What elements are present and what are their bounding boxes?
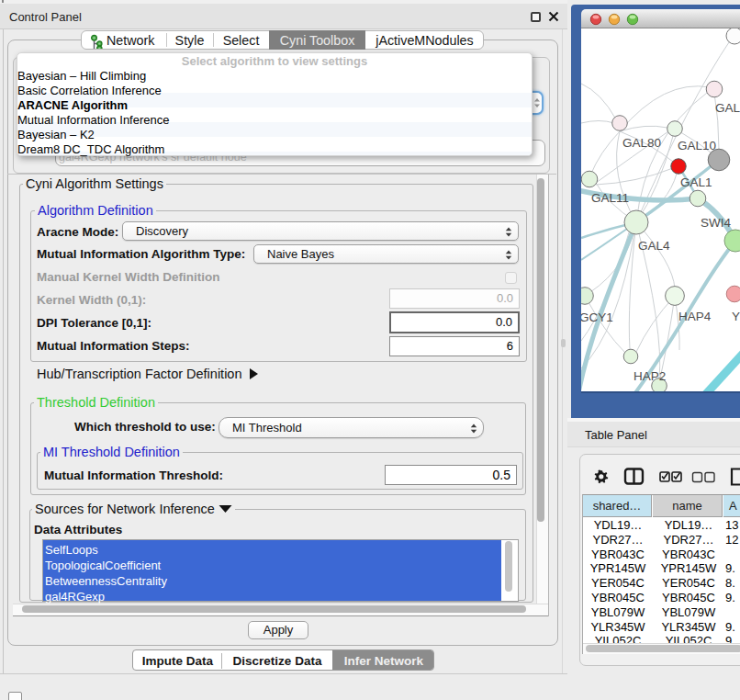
svg-text:YM: YM (732, 310, 740, 323)
svg-text:GAL11: GAL11 (591, 191, 629, 205)
svg-text:SWI4: SWI4 (701, 216, 731, 230)
svg-text:GAL10: GAL10 (678, 139, 716, 152)
svg-text:GCY1: GCY1 (581, 310, 613, 324)
svg-text:GAL7: GAL7 (715, 101, 740, 115)
svg-text:GAL1: GAL1 (680, 175, 712, 189)
svg-text:HAP4: HAP4 (678, 310, 712, 323)
svg-text:GAL4: GAL4 (638, 239, 670, 253)
svg-text:GAL80: GAL80 (622, 136, 661, 150)
svg-text:HAP2: HAP2 (633, 369, 666, 383)
